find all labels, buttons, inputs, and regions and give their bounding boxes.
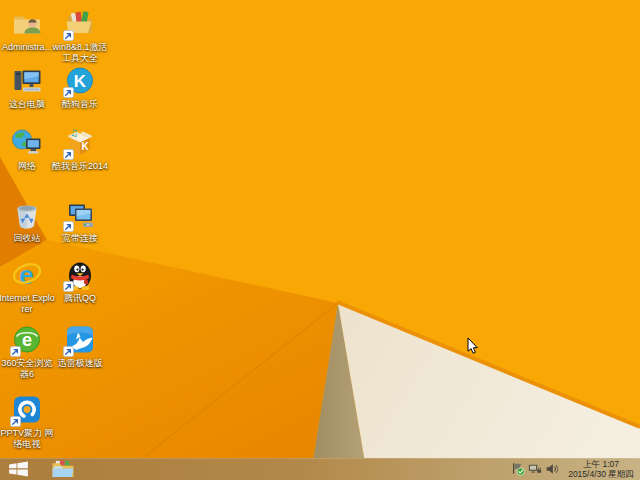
- start-button[interactable]: [0, 458, 36, 480]
- desktop-icon-label: Administra...: [0, 42, 56, 53]
- browser-360-icon: e: [11, 324, 43, 356]
- desktop-icon-label: win8&8.1激活工具大全: [51, 42, 109, 64]
- recycle-bin-icon: [11, 199, 43, 231]
- shortcut-arrow-icon: [63, 281, 74, 292]
- desktop-icon-label: 360安全浏览器6: [0, 358, 56, 380]
- this-pc-icon: [11, 65, 43, 97]
- shortcut-arrow-icon: [63, 221, 74, 232]
- clock-time: 上午 1:07: [565, 459, 637, 469]
- desktop-icon-label: PPTV聚力 网络电视: [0, 428, 56, 450]
- desktop-icon-recycle-bin[interactable]: 回收站: [0, 199, 57, 244]
- pptv-icon: [11, 394, 43, 426]
- desktop-icon-this-pc[interactable]: 这台电脑: [0, 65, 57, 110]
- network-globe-icon: [11, 127, 43, 159]
- desktop-icon-browser-360[interactable]: e360安全浏览器6: [0, 324, 57, 380]
- desktop-icon-label: 腾讯QQ: [51, 293, 109, 304]
- desktop-icon-thunder[interactable]: 迅雷极速版: [50, 324, 110, 369]
- desktop-icon-label: 回收站: [0, 233, 56, 244]
- desktop-icon-label: 酷狗音乐: [51, 99, 109, 110]
- desktop-icon-label: 宽带连接: [51, 233, 109, 244]
- desktop-icon-broadband-connection[interactable]: 宽带连接: [50, 199, 110, 244]
- desktop-icon-network-globe[interactable]: 网络: [0, 127, 57, 172]
- internet-explorer-icon: e: [11, 259, 43, 291]
- svg-text:K: K: [74, 72, 87, 91]
- taskbar: 上午 1:07 2015/4/30 星期四: [0, 458, 640, 480]
- desktop-icon-qq[interactable]: 腾讯QQ: [50, 259, 110, 304]
- system-tray: 上午 1:07 2015/4/30 星期四: [509, 458, 640, 480]
- file-explorer-icon: [51, 460, 75, 479]
- shortcut-arrow-icon: [63, 346, 74, 357]
- qq-icon: [64, 259, 96, 291]
- desktop-icon-label: 酷我音乐2014: [51, 161, 109, 172]
- shortcut-arrow-icon: [10, 416, 21, 427]
- taskbar-pinned-apps: [46, 458, 80, 480]
- shortcut-arrow-icon: [10, 346, 21, 357]
- kugou-music-icon: K: [64, 65, 96, 97]
- desktop-icon-tools-folder[interactable]: win8&8.1激活工具大全: [50, 8, 110, 64]
- windows-logo-icon: [9, 461, 28, 477]
- shortcut-arrow-icon: [63, 149, 74, 160]
- desktop-icon-label: 网络: [0, 161, 56, 172]
- svg-text:K: K: [81, 141, 89, 152]
- svg-text:♫: ♫: [70, 128, 78, 138]
- taskbar-clock[interactable]: 上午 1:07 2015/4/30 星期四: [565, 459, 637, 479]
- volume-icon[interactable]: [544, 462, 559, 477]
- security-status-icon[interactable]: [510, 462, 525, 477]
- network-status-icon[interactable]: [527, 462, 542, 477]
- desktop-icon-user-folder[interactable]: Administra...: [0, 8, 57, 53]
- desktop-icon-label: 迅雷极速版: [51, 358, 109, 369]
- desktop-icon-pptv[interactable]: PPTV聚力 网络电视: [0, 394, 57, 450]
- desktop: Administra...win8&8.1激活工具大全这台电脑K酷狗音乐网络K♫…: [0, 0, 640, 480]
- desktop-icons: Administra...win8&8.1激活工具大全这台电脑K酷狗音乐网络K♫…: [0, 0, 640, 480]
- shortcut-arrow-icon: [63, 87, 74, 98]
- clock-date: 2015/4/30 星期四: [565, 469, 637, 479]
- desktop-icon-internet-explorer[interactable]: eInternet Explorer: [0, 259, 57, 315]
- kuwo-music-icon: K♫: [64, 127, 96, 159]
- desktop-icon-kugou-music[interactable]: K酷狗音乐: [50, 65, 110, 110]
- taskbar-app-file-explorer[interactable]: [46, 458, 80, 480]
- tools-folder-icon: [64, 8, 96, 40]
- desktop-icon-label: 这台电脑: [0, 99, 56, 110]
- broadband-connection-icon: [64, 199, 96, 231]
- thunder-icon: [64, 324, 96, 356]
- user-folder-icon: [11, 8, 43, 40]
- svg-text:e: e: [22, 330, 32, 350]
- desktop-icon-label: Internet Explorer: [0, 293, 56, 315]
- shortcut-arrow-icon: [63, 30, 74, 41]
- desktop-icon-kuwo-music[interactable]: K♫酷我音乐2014: [50, 127, 110, 172]
- tray-icons: [509, 462, 560, 477]
